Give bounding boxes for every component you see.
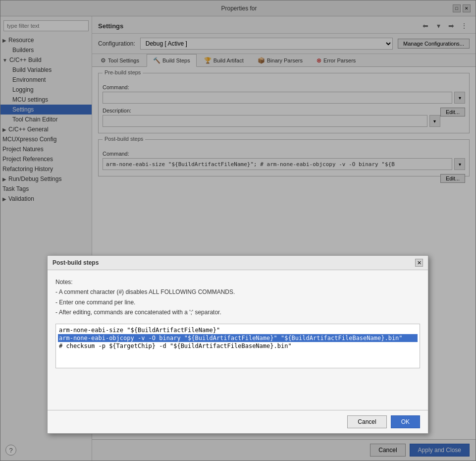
dialog-ok-button[interactable]: OK — [391, 415, 420, 428]
dialog-line-2[interactable]: arm-none-eabi-objcopy -v -O binary "${Bu… — [58, 334, 418, 342]
dialog-title: Post-build steps — [53, 259, 99, 266]
dialog-footer: Cancel OK — [48, 410, 428, 433]
dialog-body: Notes: - A comment character (#) disable… — [48, 270, 428, 410]
dialog-title-bar: Post-build steps ✕ — [48, 256, 428, 270]
dialog-line-1[interactable]: arm-none-eabi-size "${BuildArtifactFileN… — [58, 326, 418, 334]
dialog-command-editor[interactable]: arm-none-eabi-size "${BuildArtifactFileN… — [55, 324, 420, 368]
post-build-dialog: Post-build steps ✕ Notes: - A comment ch… — [47, 255, 428, 434]
dialog-notes: Notes: - A comment character (#) disable… — [55, 277, 420, 318]
notes-title: Notes: — [55, 279, 73, 286]
overlay-backdrop: Post-build steps ✕ Notes: - A comment ch… — [0, 0, 476, 461]
dialog-cancel-button[interactable]: Cancel — [347, 415, 386, 428]
dialog-close-button[interactable]: ✕ — [415, 259, 423, 267]
dialog-line-3[interactable]: # checksum -p ${TargetChip} -d "${BuildA… — [58, 342, 418, 350]
